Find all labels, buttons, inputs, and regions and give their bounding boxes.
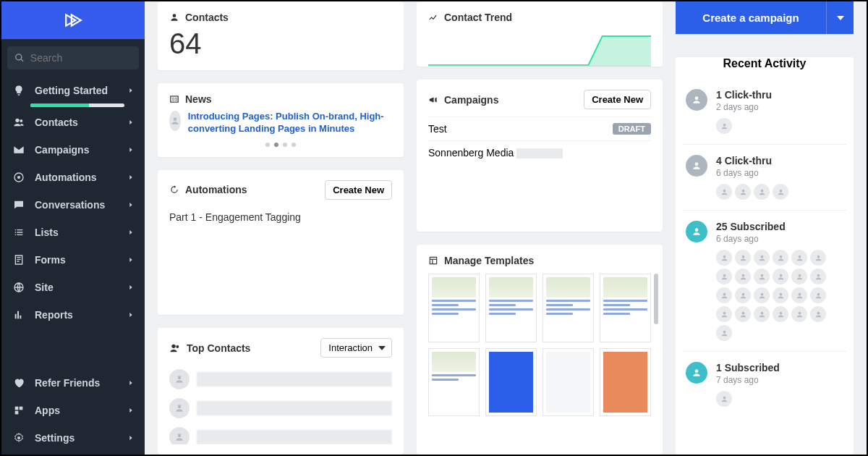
avatar <box>791 250 807 266</box>
campaigns-card: Campaigns Create New Test DRAFT Sonnenbe… <box>417 80 663 232</box>
contact-trend-card: Contact Trend <box>417 1 663 67</box>
svg-point-32 <box>779 255 782 258</box>
avatar <box>735 250 751 266</box>
template-icon <box>428 256 438 266</box>
sidebar-item-site[interactable]: Site <box>1 274 145 301</box>
apps-icon <box>13 405 25 416</box>
svg-point-54 <box>695 369 699 373</box>
gear-icon <box>13 432 25 444</box>
svg-point-38 <box>779 274 782 276</box>
globe-icon <box>13 282 25 293</box>
avatar <box>773 250 788 266</box>
sidebar-item-lists[interactable]: Lists <box>1 219 145 246</box>
news-headline-link[interactable]: Introducing Pages: Publish On-brand, Hig… <box>188 111 392 135</box>
carousel-dots[interactable] <box>169 143 392 147</box>
avatar <box>791 306 807 322</box>
chevron-right-icon <box>127 201 135 208</box>
trend-chart <box>428 28 651 67</box>
template-thumb[interactable] <box>428 348 480 417</box>
contact-row[interactable] <box>169 423 392 444</box>
activity-item[interactable]: 1 Subscribed 7 days ago <box>683 352 846 417</box>
megaphone-icon <box>428 95 438 105</box>
svg-point-9 <box>173 14 176 17</box>
svg-point-1 <box>20 119 22 122</box>
svg-point-25 <box>741 189 744 192</box>
status-badge: DRAFT <box>613 123 651 135</box>
avatar <box>754 306 770 322</box>
automation-row[interactable]: Part 1 - Engagement Tagging <box>169 207 392 227</box>
automation-icon <box>13 172 25 183</box>
nav-label: Contacts <box>35 117 127 128</box>
create-campaign-main-button[interactable]: Create a campaign <box>676 1 826 34</box>
template-thumb[interactable] <box>600 274 651 342</box>
activity-type-icon <box>686 155 707 177</box>
activity-item[interactable]: 25 Subscribed 6 days ago <box>683 211 846 352</box>
sidebar-item-getting-started[interactable]: Getting Started <box>1 77 145 109</box>
svg-point-48 <box>741 311 744 314</box>
person-icon <box>169 12 179 22</box>
sidebar-item-apps[interactable]: Apps <box>1 397 145 424</box>
sidebar-item-contacts[interactable]: Contacts <box>1 109 145 136</box>
sidebar-item-automations[interactable]: Automations <box>1 164 145 191</box>
template-thumb[interactable] <box>542 274 594 342</box>
list-icon <box>13 227 25 238</box>
activity-title: 4 Click-thru <box>716 155 843 166</box>
campaign-row[interactable]: Sonnenberg Media <box>428 140 651 164</box>
svg-point-14 <box>178 376 182 379</box>
template-thumb[interactable] <box>542 348 594 417</box>
contact-row[interactable] <box>169 365 392 394</box>
logo[interactable] <box>1 1 145 39</box>
sidebar-item-forms[interactable]: Forms <box>1 246 145 274</box>
sidebar-item-refer-friends[interactable]: Refer Friends <box>1 369 145 397</box>
avatar <box>754 269 770 284</box>
nav-label: Campaigns <box>35 144 127 156</box>
svg-point-51 <box>798 311 801 314</box>
chevron-right-icon <box>127 434 135 442</box>
avatar <box>810 306 826 322</box>
avatar <box>716 287 732 303</box>
svg-point-30 <box>741 255 744 258</box>
svg-point-3 <box>17 176 20 179</box>
contact-row[interactable] <box>169 394 392 423</box>
activity-time: 6 days ago <box>716 168 843 178</box>
template-thumb[interactable] <box>485 274 537 342</box>
search-input[interactable] <box>30 52 132 64</box>
svg-point-23 <box>695 162 699 166</box>
create-campaign-button[interactable]: Create New <box>584 90 651 109</box>
svg-point-50 <box>779 311 782 314</box>
campaign-row[interactable]: Test DRAFT <box>428 117 651 140</box>
avatar <box>735 287 751 303</box>
scrollbar[interactable] <box>654 274 658 324</box>
svg-point-41 <box>723 292 726 295</box>
sidebar-item-conversations[interactable]: Conversations <box>1 191 145 219</box>
create-campaign-dropdown[interactable] <box>826 1 854 34</box>
svg-point-45 <box>798 292 801 295</box>
sidebar-item-campaigns[interactable]: Campaigns <box>1 136 145 164</box>
contacts-count: 64 <box>169 28 392 60</box>
top-contacts-filter[interactable]: Interaction <box>320 338 392 358</box>
avatar <box>754 287 770 303</box>
search-box[interactable] <box>7 46 139 69</box>
svg-rect-6 <box>20 407 23 410</box>
template-thumb[interactable] <box>485 348 537 417</box>
nav-label: Conversations <box>35 199 127 211</box>
card-title: News <box>185 93 212 105</box>
activity-item[interactable]: 4 Click-thru 6 days ago <box>683 145 846 211</box>
template-thumb[interactable] <box>428 274 480 342</box>
sidebar-item-reports[interactable]: Reports <box>1 301 145 329</box>
template-thumb[interactable] <box>600 348 651 417</box>
svg-point-31 <box>760 255 763 258</box>
svg-point-33 <box>798 255 801 258</box>
svg-point-27 <box>779 189 782 192</box>
card-title: Campaigns <box>444 94 498 106</box>
avatar <box>169 111 181 131</box>
avatar <box>754 250 770 266</box>
nav-list: Getting Started Contacts Campaigns Autom… <box>1 77 145 369</box>
sidebar-item-settings[interactable]: Settings <box>1 424 145 452</box>
svg-point-35 <box>723 274 726 276</box>
create-automation-button[interactable]: Create New <box>325 180 392 200</box>
progress-bar <box>30 104 124 107</box>
nav-label: Forms <box>35 254 127 266</box>
activity-item[interactable]: 1 Click-thru 2 days ago <box>683 79 846 145</box>
chat-icon <box>13 199 25 211</box>
